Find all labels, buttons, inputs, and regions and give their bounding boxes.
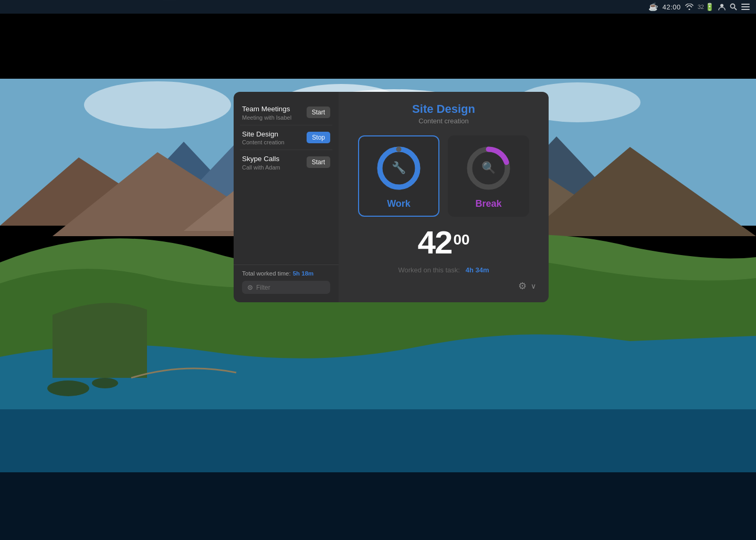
start-button-skype-calls[interactable]: Start [307, 156, 330, 168]
task-name-skype-calls: Skype Calls [242, 154, 307, 164]
task-list: Team Meetings Meeting with Isabel Start … [234, 100, 339, 260]
task-name-team-meetings: Team Meetings [242, 104, 307, 114]
timer-seconds: 00 [453, 231, 469, 248]
work-mode-label: Work [387, 198, 411, 209]
battery-percent: 32 [698, 4, 704, 10]
work-donut-icon: 🔧 [392, 161, 406, 175]
chevron-down-icon[interactable]: ∨ [531, 282, 536, 290]
gear-icon[interactable]: ⚙ [518, 280, 527, 292]
task-item-skype-calls: Skype Calls Call with Adam Start [240, 150, 332, 175]
menubar-app-icon[interactable]: ☕ [648, 2, 658, 12]
svg-rect-26 [741, 6, 750, 7]
work-donut: 🔧 [374, 143, 424, 193]
svg-point-23 [731, 4, 735, 8]
svg-point-20 [92, 378, 118, 388]
worked-on-task-value: 4h 34m [466, 266, 489, 274]
work-mode-card[interactable]: 🔧 Work [358, 135, 439, 217]
filter-icon: ⊜ [247, 283, 253, 291]
task-subtitle-skype-calls: Call with Adam [242, 164, 307, 171]
task-item-team-meetings: Team Meetings Meeting with Isabel Start [240, 100, 332, 125]
task-name-site-design: Site Design [242, 130, 307, 139]
worked-on-task-label: Worked on this task: [398, 266, 460, 274]
detail-title: Site Design [412, 102, 475, 116]
total-worked-value: 5h 18m [293, 270, 314, 277]
timer-minutes: 42 [417, 226, 452, 259]
svg-rect-21 [0, 472, 756, 540]
svg-point-19 [47, 380, 89, 396]
task-subtitle-team-meetings: Meeting with Isabel [242, 114, 307, 121]
detail-subtitle: Content creation [418, 117, 468, 125]
user-icon[interactable] [718, 3, 726, 10]
menubar-right: ☕ 42:00 32 🔋 [648, 2, 750, 12]
filter-input-wrapper[interactable]: ⊜ [242, 281, 330, 294]
task-panel: Team Meetings Meeting with Isabel Start … [234, 92, 339, 302]
search-icon[interactable] [730, 3, 737, 10]
task-footer: Total worked time: 5h 18m ⊜ [234, 264, 339, 294]
task-info-site-design: Site Design Content creation [242, 130, 307, 146]
filter-input[interactable] [256, 284, 325, 291]
svg-rect-27 [741, 9, 750, 10]
worked-on-task-row: Worked on this task: 4h 34m [398, 266, 489, 274]
stop-button-site-design[interactable]: Stop [307, 132, 330, 143]
break-mode-card[interactable]: 🔍 Break [448, 135, 529, 217]
task-item-site-design: Site Design Content creation Stop [240, 125, 332, 151]
task-info-team-meetings: Team Meetings Meeting with Isabel [242, 104, 307, 121]
svg-rect-25 [741, 4, 750, 5]
total-worked-row: Total worked time: 5h 18m [242, 270, 330, 277]
hamburger-menu-icon[interactable] [741, 4, 750, 10]
task-info-skype-calls: Skype Calls Call with Adam [242, 154, 307, 171]
break-mode-label: Break [475, 198, 501, 209]
svg-point-5 [84, 81, 231, 129]
detail-footer: ⚙ ∨ [351, 280, 536, 292]
total-worked-label: Total worked time: [242, 270, 291, 277]
mode-buttons: 🔧 Work 🔍 Break [351, 135, 536, 217]
popup-container: Team Meetings Meeting with Isabel Start … [234, 92, 549, 302]
svg-line-24 [734, 8, 737, 10]
task-subtitle-site-design: Content creation [242, 139, 307, 145]
menubar: ☕ 42:00 32 🔋 [0, 0, 756, 14]
menubar-time: 42:00 [663, 3, 681, 11]
detail-panel: Site Design Content creation 🔧 Wo [339, 92, 549, 302]
break-donut-icon: 🔍 [481, 161, 496, 175]
break-donut: 🔍 [464, 143, 513, 193]
svg-point-22 [720, 4, 723, 7]
timer-display: 42 00 [417, 226, 469, 259]
wifi-icon[interactable] [685, 4, 694, 10]
battery-icon[interactable]: 32 🔋 [698, 3, 714, 11]
start-button-team-meetings[interactable]: Start [307, 107, 330, 118]
